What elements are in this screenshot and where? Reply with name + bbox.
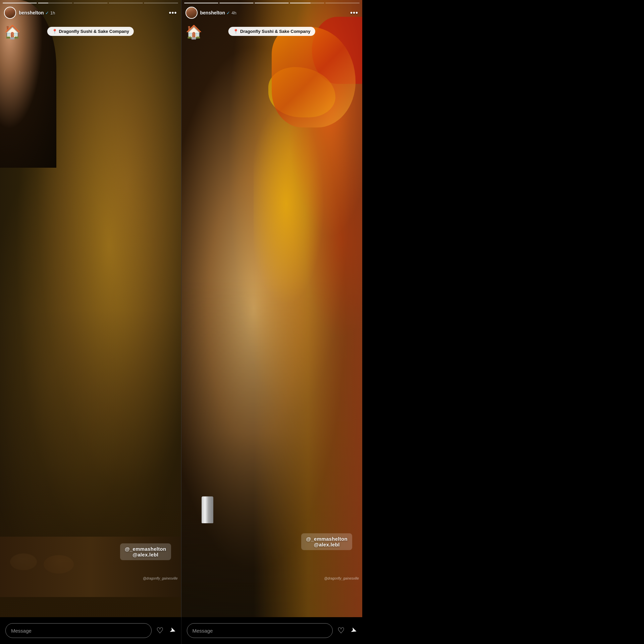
- progress-fill-r1: [184, 3, 218, 3]
- story-header-left: benshelton ✓ 1h •••: [0, 7, 181, 19]
- more-button-left[interactable]: •••: [169, 9, 177, 17]
- bottom-bars: Message ♡ ➤ Message ♡ ➤: [0, 617, 362, 644]
- progress-bars-right: [184, 3, 360, 3]
- progress-bar-r5: [325, 3, 360, 3]
- heart-icon-left[interactable]: ♡: [156, 626, 164, 635]
- story-header-right: benshelton ✓ 4h •••: [181, 7, 363, 19]
- bottom-bar-left: Message ♡ ➤: [0, 617, 181, 644]
- username-row-right: benshelton ✓ 4h: [200, 10, 236, 15]
- progress-fill-1: [3, 3, 37, 3]
- emoji-sticker-right: 🏠: [185, 24, 202, 40]
- location-pin-right: 📍: [233, 29, 238, 34]
- verified-icon-left: ✓: [45, 10, 49, 15]
- emoji-sticker-left: 🏠: [4, 24, 21, 40]
- progress-bar-r4: [290, 3, 324, 3]
- progress-bars-left: [3, 3, 178, 3]
- tag-sticker-right[interactable]: @_emmashelton @alex.lebl: [301, 533, 352, 550]
- action-icons-left: ♡ ➤: [156, 626, 176, 635]
- bottom-bar-right: Message ♡ ➤: [181, 617, 363, 644]
- location-tag-left[interactable]: 📍 Dragonfly Sushi & Sake Company: [47, 27, 134, 36]
- user-meta-right: benshelton ✓ 4h: [200, 10, 236, 15]
- progress-fill-2: [38, 3, 48, 3]
- message-input-left[interactable]: Message: [5, 623, 152, 638]
- send-icon-right[interactable]: ➤: [350, 626, 358, 636]
- progress-fill-r3: [255, 3, 289, 3]
- username-row-left: benshelton ✓ 1h: [19, 10, 55, 15]
- progress-fill-r4: [290, 3, 310, 3]
- avatar-left[interactable]: [4, 7, 16, 19]
- tag-line-1-left: @_emmashelton: [125, 546, 166, 552]
- tag-line-1-right: @_emmashelton: [306, 536, 347, 542]
- action-icons-right: ♡ ➤: [337, 626, 357, 635]
- verified-icon-right: ✓: [226, 10, 230, 15]
- more-button-right[interactable]: •••: [350, 9, 358, 17]
- progress-bar-r2: [219, 3, 254, 3]
- watermark-left: @dragonfly_gainesville: [143, 577, 178, 580]
- watermark-right: @dragonfly_gainesville: [324, 577, 359, 580]
- progress-bar-3: [73, 3, 108, 3]
- tag-line-2-right: @alex.lebl: [306, 542, 347, 547]
- user-info-right: benshelton ✓ 4h: [185, 7, 236, 19]
- location-tag-right[interactable]: 📍 Dragonfly Sushi & Sake Company: [228, 27, 315, 36]
- avatar-inner-left: [5, 7, 15, 18]
- story-right[interactable]: benshelton ✓ 4h ••• 🏠 📍 Dragonfly Sushi …: [181, 0, 363, 617]
- timestamp-right: 4h: [231, 10, 236, 15]
- mural-decoration: [254, 0, 362, 339]
- location-text-right: Dragonfly Sushi & Sake Company: [240, 29, 311, 34]
- story-left[interactable]: benshelton ✓ 1h ••• 🏠 📍 Dragonfly Sushi …: [0, 0, 181, 617]
- location-pin-left: 📍: [52, 29, 57, 34]
- username-right: benshelton: [200, 10, 225, 15]
- message-placeholder-right: Message: [193, 628, 213, 634]
- send-icon-left[interactable]: ➤: [168, 626, 177, 636]
- timestamp-left: 1h: [50, 10, 55, 15]
- user-info-left: benshelton ✓ 1h: [4, 7, 55, 19]
- progress-bar-2: [38, 3, 72, 3]
- progress-bar-5: [144, 3, 178, 3]
- progress-bar-1: [3, 3, 37, 3]
- message-input-right[interactable]: Message: [187, 623, 333, 638]
- username-left: benshelton: [19, 10, 44, 15]
- location-text-left: Dragonfly Sushi & Sake Company: [59, 29, 129, 34]
- progress-bar-r1: [184, 3, 218, 3]
- message-placeholder-left: Message: [11, 628, 32, 634]
- progress-fill-r2: [219, 3, 254, 3]
- sapporo-can: [202, 496, 213, 523]
- avatar-inner-right: [186, 7, 197, 18]
- progress-bar-4: [109, 3, 143, 3]
- heart-icon-right[interactable]: ♡: [337, 626, 345, 635]
- user-meta-left: benshelton ✓ 1h: [19, 10, 55, 15]
- tag-line-2-left: @alex.lebl: [125, 552, 166, 557]
- progress-bar-r3: [255, 3, 289, 3]
- tag-sticker-left[interactable]: @_emmashelton @alex.lebl: [120, 543, 171, 560]
- avatar-right[interactable]: [185, 7, 198, 19]
